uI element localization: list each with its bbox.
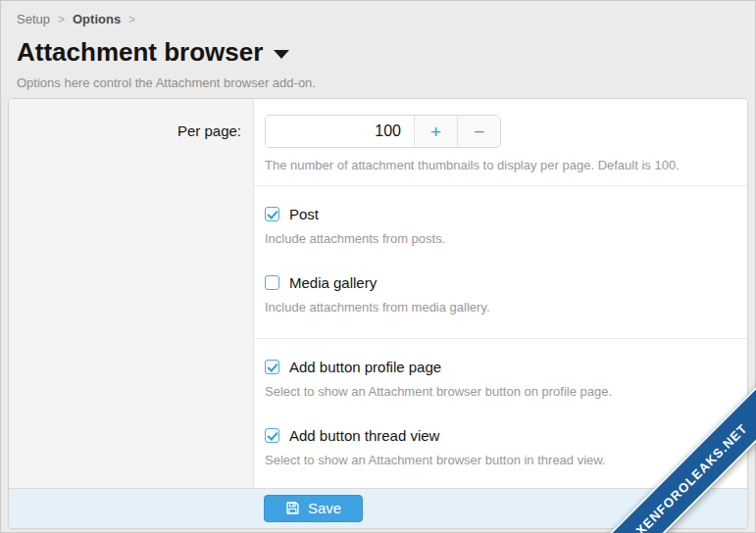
checkbox-unit: Add button thread view Select to show an… <box>265 427 728 469</box>
decrement-button[interactable]: − <box>457 116 500 147</box>
increment-button[interactable]: + <box>414 116 457 147</box>
checkbox-unit: Post Include attachments from posts. <box>265 206 728 248</box>
checkbox-row[interactable]: Add button profile page <box>265 359 728 375</box>
checkbox-label: Post <box>289 206 319 222</box>
breadcrumb: Setup > Options > <box>17 12 738 26</box>
checkbox-help: Select to show an Attachment browser but… <box>265 452 728 469</box>
options-form-panel: Per page: + − The number of attachment t… <box>8 98 748 529</box>
page-title[interactable]: Attachment browser <box>17 37 738 68</box>
source-options-section: Post Include attachments from posts. Med… <box>254 186 747 339</box>
save-icon <box>285 501 300 515</box>
per-page-label: Per page: <box>9 115 241 148</box>
checkbox-label: Media gallery <box>289 274 377 291</box>
breadcrumb-options[interactable]: Options <box>73 12 121 26</box>
checkbox[interactable] <box>265 360 279 374</box>
breadcrumb-setup[interactable]: Setup <box>17 12 50 26</box>
page-title-text: Attachment browser <box>17 37 263 68</box>
admin-options-page: Setup > Options > Attachment browser Opt… <box>0 0 756 533</box>
checkbox-row[interactable]: Media gallery <box>265 274 728 291</box>
per-page-spinner: + − <box>265 115 501 148</box>
checkbox-unit: Add button profile page Select to show a… <box>265 359 728 401</box>
checkbox-help: Select to show an Attachment browser but… <box>265 383 728 401</box>
save-button-label: Save <box>308 500 341 516</box>
breadcrumb-separator: > <box>128 13 135 26</box>
checkbox[interactable] <box>265 428 279 443</box>
checkbox[interactable] <box>265 275 279 290</box>
page-header: Setup > Options > Attachment browser Opt… <box>0 0 756 90</box>
checkbox-help: Include attachments from media gallery. <box>265 299 728 316</box>
checkbox-row[interactable]: Post <box>265 206 728 222</box>
checkbox-unit: Media gallery Include attachments from m… <box>265 274 728 316</box>
chevron-down-icon[interactable] <box>274 50 289 59</box>
button-options-section: Add button profile page Select to show a… <box>254 339 747 488</box>
checkbox[interactable] <box>265 207 279 221</box>
checkbox-label: Add button profile page <box>289 359 441 375</box>
per-page-help: The number of attachment thumbnails to d… <box>265 157 728 174</box>
breadcrumb-separator: > <box>58 13 65 26</box>
per-page-section: Per page: + − The number of attachment t… <box>254 99 747 186</box>
per-page-input[interactable] <box>266 116 414 147</box>
checkbox-help: Include attachments from posts. <box>265 230 728 248</box>
options-form-body: Per page: + − The number of attachment t… <box>9 99 747 488</box>
save-button[interactable]: Save <box>264 495 363 522</box>
checkbox-row[interactable]: Add button thread view <box>265 427 728 444</box>
page-subtitle: Options here control the Attachment brow… <box>17 75 738 90</box>
checkbox-label: Add button thread view <box>289 427 439 444</box>
